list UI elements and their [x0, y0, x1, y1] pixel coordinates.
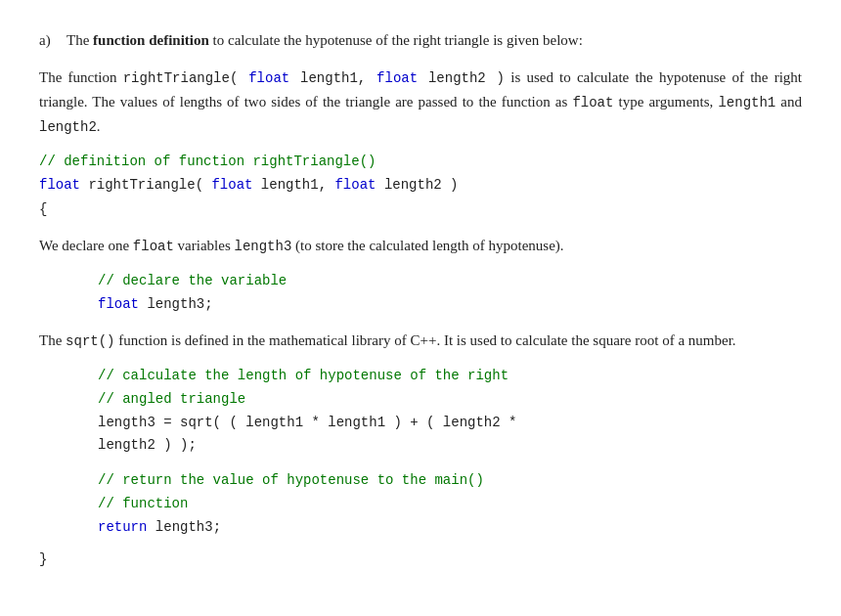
section-heading: a) The function definition to calculate …	[39, 29, 802, 52]
heading-bold: function definition	[93, 32, 209, 48]
code-block-1: // definition of function rightTriangle(…	[39, 151, 802, 222]
code-block-3: // calculate the length of hypotenuse of…	[98, 365, 802, 458]
code-block-4: // return the value of hypotenuse to the…	[98, 469, 802, 539]
code-comment-calc1: // calculate the length of hypotenuse of…	[98, 365, 802, 388]
code-line-comment1: // definition of function rightTriangle(…	[39, 151, 802, 174]
code-comment-return2: // function	[98, 493, 802, 516]
code-calc-line1: length3 = sqrt( ( length1 * length1 ) + …	[98, 412, 802, 435]
kw-return: return	[98, 519, 147, 535]
calc-expr2: length2 ) );	[98, 437, 197, 453]
code-calc-line2: length2 ) );	[98, 434, 802, 458]
var-length3: length3;	[139, 296, 213, 312]
kw-float-2: float	[211, 177, 252, 193]
kw-float-3: float	[334, 177, 376, 193]
inline-code-2: float	[572, 95, 613, 110]
inline-code-4: length2	[39, 119, 97, 135]
brace-close: }	[39, 551, 802, 567]
kw-float-declare: float	[98, 296, 139, 312]
code-block-2: // declare the variable float length3;	[98, 270, 802, 317]
brace-open: {	[39, 198, 802, 222]
param1: length1,	[252, 177, 334, 193]
comment-calc1: // calculate the length of hypotenuse of…	[98, 368, 509, 383]
comment-declare: // declare the variable	[98, 273, 287, 288]
heading-pre: The	[66, 32, 93, 48]
prose-2: We declare one float variables length3 (…	[39, 234, 802, 258]
inline-code-3: length1	[718, 95, 775, 110]
inline-float: float	[133, 239, 174, 254]
inline-sqrt: sqrt()	[66, 333, 114, 349]
kw-float-1: float	[39, 177, 80, 193]
code-return-stmt: return length3;	[98, 516, 802, 540]
code-line-func-sig: float rightTriangle( float length1, floa…	[39, 174, 802, 198]
page-content: a) The function definition to calculate …	[39, 29, 802, 567]
heading-post: to calculate the hypotenuse of the right…	[209, 32, 583, 48]
func-name: rightTriangle(	[80, 177, 211, 193]
prose-1: The function rightTriangle( float length…	[39, 66, 802, 139]
comment-calc2: // angled triangle	[98, 391, 245, 407]
comment-return1: // return the value of hypotenuse to the…	[98, 472, 484, 488]
code-comment-return1: // return the value of hypotenuse to the…	[98, 469, 802, 493]
section-label: a)	[39, 29, 59, 52]
param2: length2 )	[376, 177, 458, 193]
comment-definition: // definition of function rightTriangle(…	[39, 154, 376, 169]
code-comment-declare: // declare the variable	[98, 270, 802, 293]
code-declare-var: float length3;	[98, 293, 802, 317]
comment-return2: // function	[98, 496, 188, 511]
heading-text: The function definition to calculate the…	[66, 29, 583, 52]
calc-expr1: length3 = sqrt( ( length1 * length1 ) + …	[98, 415, 516, 430]
code-comment-calc2: // angled triangle	[98, 388, 802, 412]
inline-length3: length3	[234, 239, 291, 254]
return-val: length3;	[147, 519, 221, 535]
inline-code-1: rightTriangle( float length1, float leng…	[123, 70, 505, 86]
prose-3: The sqrt() function is defined in the ma…	[39, 329, 802, 353]
